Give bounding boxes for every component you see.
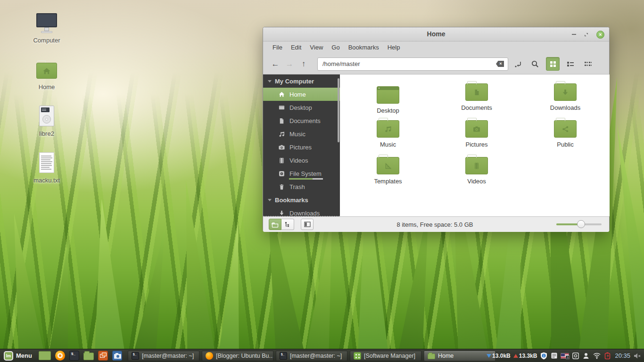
compact-view-button[interactable] xyxy=(581,57,594,71)
treeview-sidebar-button[interactable] xyxy=(281,219,294,230)
desktop-icon-libre2[interactable]: libre2 xyxy=(19,105,74,137)
download-arrow-icon xyxy=(561,88,570,97)
folder-icon xyxy=(377,157,399,174)
collapse-arrow-icon xyxy=(268,199,272,201)
menu-button[interactable]: lm Menu xyxy=(3,349,35,362)
hard-drive-icon xyxy=(35,105,58,127)
home-icon xyxy=(278,91,285,98)
menu-bookmarks[interactable]: Bookmarks xyxy=(344,41,383,54)
taskbar-window-terminal-1[interactable]: $_ [master@master: ~] xyxy=(128,351,199,361)
notes-icon[interactable] xyxy=(551,352,558,359)
location-text[interactable]: /home/master xyxy=(322,60,496,67)
update-shield-icon[interactable] xyxy=(540,352,548,360)
sidebar-item-music[interactable]: Music xyxy=(263,127,340,140)
taskbar: lm Menu $_ $_ [master@master: ~] [Blogge… xyxy=(0,349,644,362)
desktop-icon-home[interactable]: Home xyxy=(19,58,74,90)
home-folder-icon xyxy=(35,58,58,81)
sidebar-item-downloads[interactable]: Downloads xyxy=(263,206,340,216)
sidebar-section-bookmarks[interactable]: Bookmarks xyxy=(263,193,340,206)
toggle-sidebar-button[interactable] xyxy=(301,219,314,230)
minimize-button[interactable] xyxy=(572,34,576,35)
document-icon xyxy=(278,117,285,124)
sidebar-item-trash[interactable]: Trash xyxy=(263,180,340,193)
folder-label: Documents xyxy=(461,104,492,111)
statusbar: 8 items, Free space: 5.0 GB xyxy=(263,216,609,232)
taskbar-window-blogger[interactable]: [Blogger: Ubuntu Bu... xyxy=(202,351,273,361)
sidebar-item-label: Desktop xyxy=(289,104,312,111)
sidebar-item-label: Videos xyxy=(289,157,308,164)
folder-label: Downloads xyxy=(550,104,580,111)
sidebar-section-label: My Computer xyxy=(275,78,314,85)
sidebar-item-desktop[interactable]: Desktop xyxy=(263,101,340,114)
menu-view[interactable]: View xyxy=(305,41,327,54)
folder-label: Templates xyxy=(374,178,402,185)
volume-muted-icon[interactable] xyxy=(633,352,641,360)
folder-documents[interactable]: Documents xyxy=(432,80,521,117)
file-view[interactable]: Desktop Documents Downloads xyxy=(340,74,610,216)
maximize-button[interactable] xyxy=(584,32,589,37)
sidebar-item-home[interactable]: Home xyxy=(263,88,340,101)
icon-view-button[interactable] xyxy=(546,57,560,71)
desktop-icon-label: libre2 xyxy=(19,130,74,137)
taskbar-window-software-manager[interactable]: [Software Manager] xyxy=(350,351,421,361)
menu-help[interactable]: Help xyxy=(383,41,405,54)
zoom-slider-handle[interactable] xyxy=(577,220,585,228)
wifi-icon[interactable] xyxy=(593,352,601,359)
sidebar-item-documents[interactable]: Documents xyxy=(263,114,340,127)
files-launcher-icon[interactable] xyxy=(83,353,94,360)
up-button[interactable]: ↑ xyxy=(297,59,311,69)
firefox-launcher-icon[interactable] xyxy=(55,351,65,361)
folder-desktop[interactable]: Desktop xyxy=(344,80,432,117)
keyboard-layout-icon[interactable]: 1 xyxy=(561,353,569,359)
windows-launcher-icon[interactable] xyxy=(98,351,108,361)
clear-location-icon[interactable]: × xyxy=(496,61,504,67)
folder-videos[interactable]: Videos xyxy=(432,154,521,190)
back-button[interactable]: ← xyxy=(268,59,282,69)
file-manager-window: Home × File Edit View Go Bookmarks Help … xyxy=(263,27,610,231)
folder-templates[interactable]: Templates xyxy=(344,154,432,190)
user-applet-icon[interactable] xyxy=(582,352,590,360)
keyboard-layout-badge: 1 xyxy=(566,355,570,359)
desktop-icon-macku-txt[interactable]: macku.txt xyxy=(19,151,74,184)
taskbar-window-terminal-2[interactable]: $_ [master@master: ~] xyxy=(276,351,347,361)
sidebar-section-label: Bookmarks xyxy=(275,197,308,204)
desktop-icon-computer[interactable]: Computer xyxy=(19,11,74,44)
search-button[interactable] xyxy=(528,57,542,71)
removable-drive-icon[interactable] xyxy=(572,352,579,360)
zoom-slider[interactable] xyxy=(556,223,602,225)
terminal-launcher-icon[interactable]: $_ xyxy=(69,351,79,361)
folder-music[interactable]: Music xyxy=(344,117,432,154)
sidebar-section-my-computer[interactable]: My Computer xyxy=(263,74,340,88)
folder-icon xyxy=(465,120,488,138)
toggle-location-entry-button[interactable] xyxy=(511,57,525,71)
places-sidebar-button[interactable] xyxy=(269,219,281,230)
sidebar-item-file-system[interactable]: File System xyxy=(263,167,340,180)
battery-icon[interactable] xyxy=(604,352,611,360)
location-bar[interactable]: /home/master × xyxy=(317,58,508,71)
list-view-button[interactable] xyxy=(563,57,577,71)
sidebar-item-videos[interactable]: Videos xyxy=(263,154,340,167)
clock[interactable]: 20:35 xyxy=(615,352,630,359)
sidebar-item-pictures[interactable]: Pictures xyxy=(263,140,340,154)
terminal-icon: $_ xyxy=(132,352,139,360)
software-manager-icon xyxy=(354,352,361,360)
menu-go[interactable]: Go xyxy=(327,41,344,54)
folder-pictures[interactable]: Pictures xyxy=(432,117,521,154)
close-button[interactable]: × xyxy=(596,31,604,39)
taskbar-window-label: [master@master: ~] xyxy=(290,353,342,359)
menu-file[interactable]: File xyxy=(268,41,287,54)
screenshot-launcher-icon[interactable] xyxy=(112,351,122,361)
film-icon xyxy=(472,162,481,170)
titlebar[interactable]: Home × xyxy=(263,27,609,41)
sidebar-scrollbar[interactable] xyxy=(338,78,339,142)
folder-downloads[interactable]: Downloads xyxy=(521,80,610,117)
drive-icon xyxy=(278,170,285,177)
forward-button[interactable]: → xyxy=(282,59,297,69)
show-desktop-icon[interactable] xyxy=(39,351,51,360)
folder-public[interactable]: Public xyxy=(521,117,610,154)
taskbar-window-home[interactable]: Home xyxy=(424,351,495,361)
camera-icon xyxy=(278,144,285,151)
folder-icon xyxy=(377,86,399,104)
menu-edit[interactable]: Edit xyxy=(287,41,305,54)
share-icon xyxy=(561,125,570,133)
